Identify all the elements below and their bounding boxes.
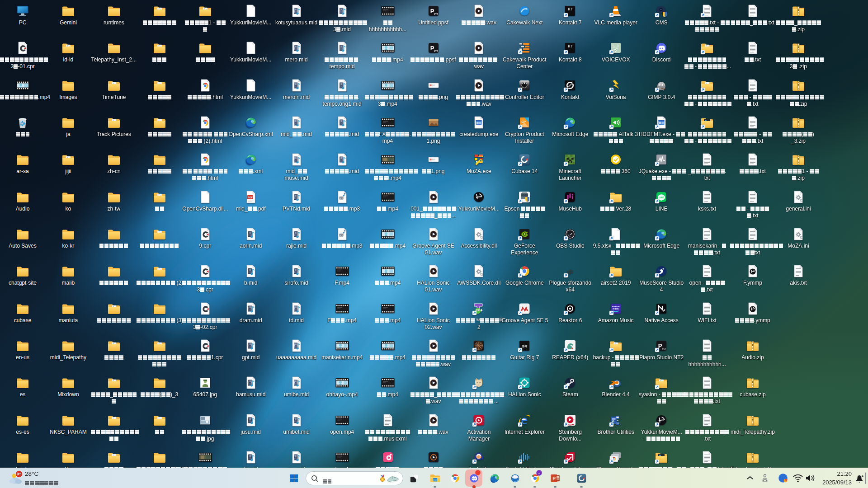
svg-text:+: + [538,471,540,475]
svg-text:z: z [862,474,863,478]
svg-text:9+: 9+ [17,472,21,476]
